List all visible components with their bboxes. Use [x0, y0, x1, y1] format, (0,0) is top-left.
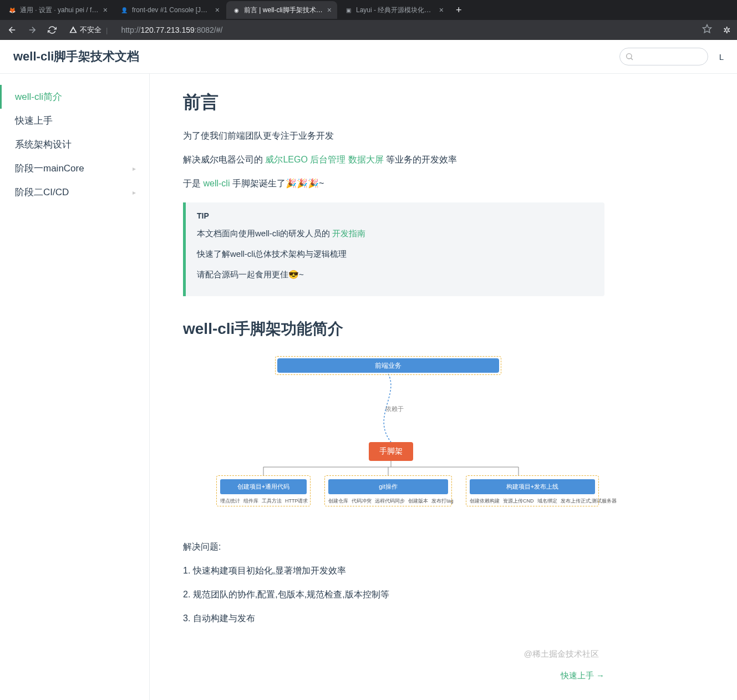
- diagram-group-items: 创建仓库 代码冲突 远程代码同步 创建版本 发布打tag: [328, 498, 448, 505]
- diagram-group-title: 创建项目+通用代码: [220, 479, 307, 494]
- bookmark-button[interactable]: [698, 24, 716, 36]
- close-icon[interactable]: ×: [103, 6, 108, 14]
- diagram-group-create: 创建项目+通用代码 埋点统计 组件库 工具方法 HTTP请求: [216, 475, 311, 506]
- browser-tab-3[interactable]: ▣ Layui - 经典开源模块化前端 UI ×: [338, 1, 449, 19]
- sidebar-item-label: 阶段一mainCore: [15, 162, 84, 175]
- svg-point-1: [626, 54, 631, 59]
- reload-button[interactable]: [44, 22, 60, 38]
- feature-diagram: 前端业务 依赖于 手脚架 创建项目+通用代码 埋点统计 组件库 工具方法 HTT…: [216, 356, 571, 523]
- sidebar-item-label: 阶段二CI/CD: [15, 186, 69, 199]
- browser-nav-bar: 不安全 | http://120.77.213.159:8082/#/ ✲: [0, 20, 737, 40]
- solve-item: 1. 快速构建项目初始化,显著增加开发效率: [183, 563, 604, 579]
- security-label: 不安全: [80, 25, 101, 35]
- sidebar-item-cicd[interactable]: 阶段二CI/CD ▸: [0, 180, 149, 204]
- extension-button[interactable]: ✲: [721, 25, 733, 35]
- diagram-group-build: 构建项目+发布上线 创建依赖构建 资源上传CND 域名绑定 发布上传正式,测试服…: [466, 475, 599, 506]
- search-box: [619, 48, 708, 65]
- heading-preface: 前言: [183, 90, 604, 115]
- solve-label: 解决问题:: [183, 539, 604, 555]
- sidebar-item-quickstart[interactable]: 快速上手: [0, 109, 149, 133]
- diagram-group-title: git操作: [328, 479, 448, 494]
- page-title[interactable]: well-cli脚手架技术文档: [13, 48, 139, 65]
- tip-paragraph: 请配合源码一起食用更佳😎~: [197, 267, 593, 282]
- gitlab-icon: 🦊: [8, 6, 17, 14]
- content: 前言 为了使我们前端团队更专注于业务开发 解决威尔电器公司的 威尔LEGO 后台…: [150, 74, 649, 700]
- back-button[interactable]: [4, 22, 20, 38]
- solve-item: 3. 自动构建与发布: [183, 611, 604, 627]
- star-icon: [702, 24, 712, 34]
- jenkins-icon: 👤: [120, 6, 129, 14]
- diagram-top-wrap: 前端业务: [275, 356, 501, 375]
- tip-paragraph: 本文档面向使用well-cli的研发人员的 开发指南: [197, 226, 593, 241]
- watermark: @稀土掘金技术社区: [183, 649, 604, 660]
- paragraph: 于是 well-cli 手脚架诞生了🎉🎉🎉~: [183, 176, 604, 192]
- sidebar-item-architecture[interactable]: 系统架构设计: [0, 133, 149, 156]
- sidebar-item-label: well-cli简介: [15, 90, 62, 103]
- close-icon[interactable]: ×: [439, 6, 444, 14]
- diagram-group-git: git操作 创建仓库 代码冲突 远程代码同步 创建版本 发布打tag: [324, 475, 452, 506]
- tip-paragraph: 快速了解well-cli总体技术架构与逻辑梳理: [197, 246, 593, 261]
- close-icon[interactable]: ×: [215, 6, 220, 14]
- new-tab-button[interactable]: +: [450, 4, 467, 16]
- paragraph: 为了使我们前端团队更专注于业务开发: [183, 128, 604, 144]
- tab-title: 通用 · 设置 · yahui pei / front_C: [20, 6, 99, 15]
- layui-icon: ▣: [344, 6, 353, 14]
- diagram-group-items: 创建依赖构建 资源上传CND 域名绑定 发布上传正式,测试服务器: [470, 498, 595, 505]
- heading-features: well-cli手脚架功能简介: [183, 318, 604, 339]
- tab-title: front-dev #1 Console [Jenkins]: [132, 6, 211, 14]
- diagram-group-items: 埋点统计 组件库 工具方法 HTTP请求: [220, 498, 307, 505]
- link-dashboard[interactable]: 数据大屏: [348, 155, 384, 164]
- diagram-group-title: 构建项目+发布上线: [470, 479, 595, 494]
- link-devguide[interactable]: 开发指南: [332, 229, 365, 238]
- header-right-link[interactable]: L: [719, 52, 724, 62]
- tip-box: TIP 本文档面向使用well-cli的研发人员的 开发指南 快速了解well-…: [183, 202, 604, 296]
- sidebar-item-label: 快速上手: [15, 114, 53, 127]
- sidebar: well-cli简介 快速上手 系统架构设计 阶段一mainCore ▸ 阶段二…: [0, 74, 150, 700]
- next-page-link[interactable]: 快速上手 →: [183, 671, 604, 681]
- tip-title: TIP: [197, 211, 593, 220]
- browser-chrome: 🦊 通用 · 设置 · yahui pei / front_C × 👤 fron…: [0, 0, 737, 40]
- warning-icon: [69, 26, 78, 34]
- sidebar-item-label: 系统架构设计: [15, 138, 72, 151]
- search-icon: [625, 52, 634, 63]
- svg-marker-0: [703, 25, 711, 33]
- sidebar-item-intro[interactable]: well-cli简介: [0, 85, 149, 109]
- paragraph: 解决威尔电器公司的 威尔LEGO 后台管理 数据大屏 等业务的开发效率: [183, 152, 604, 168]
- sidebar-item-maincore[interactable]: 阶段一mainCore ▸: [0, 156, 149, 180]
- diagram-center-box: 手脚架: [369, 442, 413, 461]
- solve-item: 2. 规范团队的协作,配置,包版本,规范检查,版本控制等: [183, 587, 604, 603]
- tab-title: Layui - 经典开源模块化前端 UI: [356, 6, 435, 15]
- browser-tabs-bar: 🦊 通用 · 设置 · yahui pei / front_C × 👤 fron…: [0, 0, 737, 20]
- security-badge[interactable]: 不安全 |: [64, 25, 114, 35]
- browser-tab-1[interactable]: 👤 front-dev #1 Console [Jenkins] ×: [114, 1, 225, 19]
- page-header: well-cli脚手架技术文档 L: [0, 40, 737, 74]
- solve-section: 解决问题: 1. 快速构建项目初始化,显著增加开发效率 2. 规范团队的协作,配…: [183, 539, 604, 626]
- url-bar[interactable]: http://120.77.213.159:8082/#/: [119, 26, 693, 34]
- link-admin[interactable]: 后台管理: [310, 155, 345, 164]
- link-lego[interactable]: 威尔LEGO: [265, 155, 307, 164]
- browser-tab-2[interactable]: ◉ 前言 | well-cli脚手架技术文档 ×: [226, 1, 337, 19]
- browser-tab-0[interactable]: 🦊 通用 · 设置 · yahui pei / front_C ×: [2, 1, 113, 19]
- diagram-connector-label: 依赖于: [385, 405, 404, 413]
- layout: well-cli简介 快速上手 系统架构设计 阶段一mainCore ▸ 阶段二…: [0, 74, 737, 700]
- close-icon[interactable]: ×: [327, 6, 332, 14]
- diagram-top-box: 前端业务: [277, 358, 499, 373]
- chevron-right-icon: ▸: [133, 165, 136, 173]
- chevron-right-icon: ▸: [133, 189, 136, 196]
- doc-icon: ◉: [232, 6, 241, 14]
- tab-title: 前言 | well-cli脚手架技术文档: [244, 6, 323, 15]
- forward-button[interactable]: [24, 22, 40, 38]
- link-wellcli[interactable]: well-cli: [203, 179, 230, 188]
